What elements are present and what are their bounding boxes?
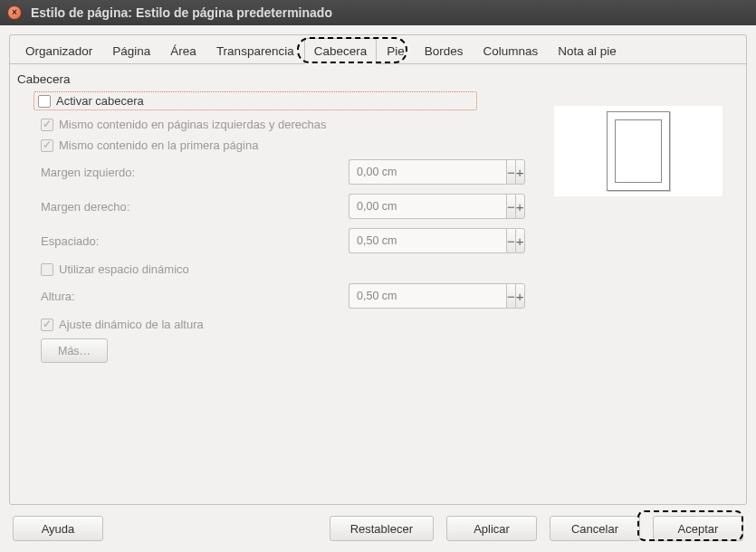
row-spacing: Espaciado: − + [17,228,732,253]
minus-icon[interactable]: − [506,283,515,309]
checkbox-same-first [41,139,53,152]
dialog-footer: Ayuda Restablecer Aplicar Cancelar Acept… [9,505,747,552]
row-margin-right: Margen derecho: − + [17,194,732,219]
plus-icon[interactable]: + [515,194,525,219]
spinner-margin-left: − + [349,159,474,185]
section-title: Cabecera [17,72,732,86]
preview-page-outline [607,111,670,191]
checkbox-dyn-space [41,263,53,276]
tab-organizador[interactable]: Organizador [15,38,102,63]
apply-button[interactable]: Aplicar [446,516,537,541]
tab-cabecera[interactable]: Cabecera [304,38,378,63]
label-dyn-space: Utilizar espacio dinámico [59,262,189,276]
checkbox-activate[interactable] [38,95,51,108]
label-spacing: Espaciado: [41,234,349,248]
tab-pie[interactable]: Pie [377,38,415,63]
reset-button[interactable]: Restablecer [330,516,434,541]
input-margin-left[interactable] [349,159,506,185]
tab-area[interactable]: Área [160,38,206,63]
checkbox-dyn-height [41,319,53,331]
tab-bordes[interactable]: Bordes [415,38,474,63]
label-height: Altura: [41,290,349,303]
label-dyn-height: Ajuste dinámico de la altura [59,318,204,331]
input-margin-right[interactable] [349,194,506,219]
spinner-margin-right: − + [349,194,474,219]
help-button[interactable]: Ayuda [13,516,103,541]
checkbox-same-lr [41,119,53,131]
minus-icon[interactable]: − [506,194,515,219]
activate-header-row[interactable]: Activar cabecera [33,91,477,110]
minus-icon[interactable]: − [506,159,515,185]
window-title: Estilo de página: Estilo de página prede… [31,5,332,20]
dialog-card: Organizador Página Área Transparencia Ca… [9,34,747,505]
plus-icon[interactable]: + [515,159,525,185]
window-body: Organizador Página Área Transparencia Ca… [0,25,756,552]
accept-button[interactable]: Aceptar [653,516,743,541]
row-dyn-space: Utilizar espacio dinámico [17,262,732,276]
label-same-lr: Mismo contenido en páginas izquierdas y … [59,118,327,131]
label-margin-left: Margen izquierdo: [41,166,349,179]
preview-page-inner [615,119,662,183]
spinner-spacing: − + [349,228,474,253]
label-same-first: Mismo contenido en la primera página [59,138,258,152]
label-margin-right: Margen derecho: [41,200,349,214]
close-icon[interactable]: × [7,5,22,20]
spinner-height: − + [349,283,474,309]
tab-strip: Organizador Página Área Transparencia Ca… [10,34,746,64]
tab-columnas[interactable]: Columnas [474,38,549,63]
plus-icon[interactable]: + [515,283,525,309]
label-activate: Activar cabecera [56,94,144,108]
minus-icon[interactable]: − [506,228,515,253]
tab-transparencia[interactable]: Transparencia [206,38,304,63]
tab-nota[interactable]: Nota al pie [548,38,627,63]
tab-pagina[interactable]: Página [102,38,160,63]
more-button[interactable]: Más… [41,338,108,363]
input-spacing[interactable] [349,228,506,253]
cancel-button[interactable]: Cancelar [550,516,640,541]
input-height[interactable] [349,283,506,309]
page-preview [554,106,723,196]
plus-icon[interactable]: + [515,228,525,253]
row-height: Altura: − + [17,283,732,309]
row-dyn-height: Ajuste dinámico de la altura [17,318,732,331]
title-bar: × Estilo de página: Estilo de página pre… [0,0,756,25]
